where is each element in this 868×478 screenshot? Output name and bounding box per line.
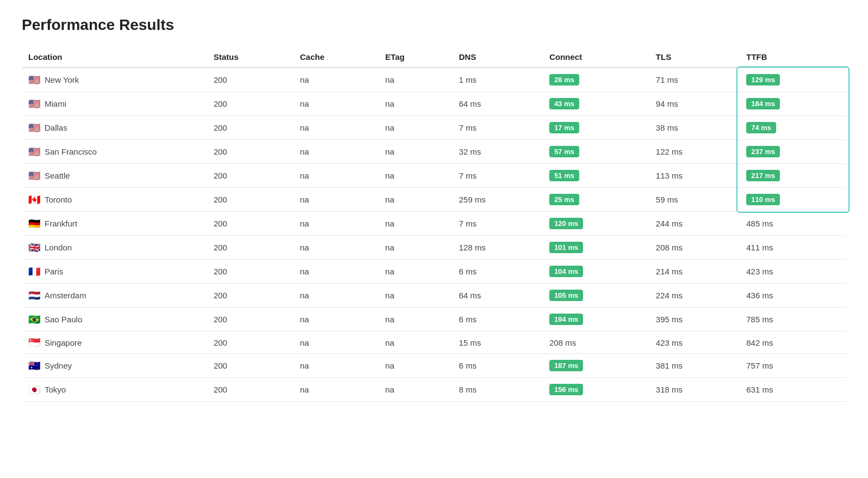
cache-cell: na (293, 140, 379, 164)
connect-cell: 57 ms (543, 140, 649, 164)
status-cell: 200 (207, 164, 294, 188)
tls-cell: 214 ms (649, 260, 740, 284)
flag-icon: 🇯🇵 (28, 385, 40, 395)
tls-cell: 38 ms (649, 116, 740, 140)
ttfb-cell: 485 ms (740, 212, 846, 236)
connect-badge: 104 ms (549, 266, 583, 277)
location-cell: 🇯🇵Tokyo (22, 378, 207, 402)
status-cell: 200 (207, 212, 294, 236)
ttfb-cell: 842 ms (740, 332, 846, 354)
etag-cell: na (379, 284, 452, 308)
etag-cell: na (379, 332, 452, 354)
location-name: Amsterdam (45, 291, 86, 300)
location-name: Dallas (45, 123, 67, 132)
table-row: 🇺🇸San Francisco200nana32 ms57 ms122 ms23… (22, 140, 846, 164)
ttfb-badge: 110 ms (746, 194, 780, 205)
location-name: Paris (45, 267, 63, 276)
status-cell: 200 (207, 140, 294, 164)
tls-cell: 122 ms (649, 140, 740, 164)
location-cell: 🇺🇸Dallas (22, 116, 207, 140)
col-header-dns: DNS (452, 47, 543, 68)
connect-badge: 105 ms (549, 290, 583, 301)
location-name: Sydney (45, 361, 72, 370)
cache-cell: na (293, 354, 379, 378)
status-cell: 200 (207, 332, 294, 354)
flag-icon: 🇧🇷 (28, 315, 40, 324)
connect-cell: 28 ms (543, 68, 649, 92)
dns-cell: 128 ms (452, 236, 543, 260)
etag-cell: na (379, 212, 452, 236)
cache-cell: na (293, 212, 379, 236)
location-cell: 🇺🇸Miami (22, 92, 207, 116)
connect-badge: 28 ms (549, 74, 579, 85)
status-cell: 200 (207, 284, 294, 308)
table-row: 🇧🇷Sao Paulo200nana6 ms194 ms395 ms785 ms (22, 308, 846, 332)
location-name: Toronto (45, 195, 72, 204)
dns-cell: 15 ms (452, 332, 543, 354)
tls-cell: 71 ms (649, 68, 740, 92)
location-name: Singapore (45, 338, 82, 347)
cache-cell: na (293, 236, 379, 260)
status-cell: 200 (207, 308, 294, 332)
ttfb-cell: 217 ms (740, 164, 846, 188)
table-row: 🇺🇸Dallas200nana7 ms17 ms38 ms74 ms (22, 116, 846, 140)
flag-icon: 🇨🇦 (28, 195, 40, 205)
col-header-cache: Cache (293, 47, 379, 68)
location-cell: 🇧🇷Sao Paulo (22, 308, 207, 332)
connect-cell: 25 ms (543, 188, 649, 212)
location-name: San Francisco (45, 147, 97, 156)
cache-cell: na (293, 92, 379, 116)
table-row: 🇬🇧London200nana128 ms101 ms208 ms411 ms (22, 236, 846, 260)
connect-cell: 194 ms (543, 308, 649, 332)
table-row: 🇯🇵Tokyo200nana8 ms156 ms318 ms631 ms (22, 378, 846, 402)
status-cell: 200 (207, 188, 294, 212)
cache-cell: na (293, 378, 379, 402)
etag-cell: na (379, 68, 452, 92)
tls-cell: 224 ms (649, 284, 740, 308)
location-name: London (45, 243, 72, 252)
location-cell: 🇺🇸New York (22, 68, 207, 92)
flag-icon: 🇸🇬 (28, 338, 40, 347)
tls-cell: 94 ms (649, 92, 740, 116)
location-cell: 🇳🇱Amsterdam (22, 284, 207, 308)
ttfb-badge: 237 ms (746, 146, 780, 157)
cache-cell: na (293, 116, 379, 140)
location-cell: 🇺🇸Seattle (22, 164, 207, 188)
location-name: Seattle (45, 171, 70, 180)
table-row: 🇸🇬Singapore200nana15 ms208 ms423 ms842 m… (22, 332, 846, 354)
tls-cell: 113 ms (649, 164, 740, 188)
location-name: Sao Paulo (45, 315, 82, 324)
connect-cell: 43 ms (543, 92, 649, 116)
flag-icon: 🇺🇸 (28, 123, 40, 133)
status-cell: 200 (207, 378, 294, 402)
dns-cell: 64 ms (452, 92, 543, 116)
ttfb-badge: 184 ms (746, 98, 780, 109)
ttfb-cell: 129 ms (740, 68, 846, 92)
etag-cell: na (379, 260, 452, 284)
tls-cell: 423 ms (649, 332, 740, 354)
flag-icon: 🇦🇺 (28, 361, 40, 371)
flag-icon: 🇫🇷 (28, 267, 40, 277)
dns-cell: 6 ms (452, 260, 543, 284)
connect-badge: 156 ms (549, 384, 583, 395)
dns-cell: 6 ms (452, 354, 543, 378)
dns-cell: 6 ms (452, 308, 543, 332)
connect-badge: 101 ms (549, 242, 583, 253)
location-cell: 🇬🇧London (22, 236, 207, 260)
tls-cell: 208 ms (649, 236, 740, 260)
cache-cell: na (293, 332, 379, 354)
location-cell: 🇩🇪Frankfurt (22, 212, 207, 236)
page-title: Performance Results (22, 16, 846, 34)
tls-cell: 395 ms (649, 308, 740, 332)
flag-icon: 🇺🇸 (28, 75, 40, 85)
ttfb-badge: 217 ms (746, 170, 780, 181)
location-name: Frankfurt (45, 219, 77, 228)
location-cell: 🇸🇬Singapore (22, 332, 207, 354)
location-cell: 🇺🇸San Francisco (22, 140, 207, 164)
connect-cell: 104 ms (543, 260, 649, 284)
connect-badge: 120 ms (549, 218, 583, 229)
connect-cell: 17 ms (543, 116, 649, 140)
connect-cell: 187 ms (543, 354, 649, 378)
dns-cell: 7 ms (452, 212, 543, 236)
flag-icon: 🇬🇧 (28, 243, 40, 253)
